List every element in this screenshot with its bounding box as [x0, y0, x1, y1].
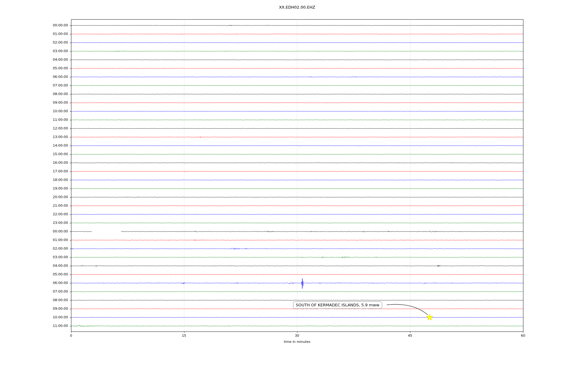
- y-axis-label: 16:00:00: [0, 161, 68, 165]
- y-axis-label: 15:00:00: [0, 152, 68, 156]
- y-axis-label: 09:00:00: [0, 307, 68, 311]
- y-axis-label: 07:00:00: [0, 289, 68, 294]
- y-axis-label: 11:00:00: [0, 118, 68, 122]
- y-axis-label: 06:00:00: [0, 281, 68, 285]
- y-axis-label: 07:00:00: [0, 83, 68, 88]
- x-axis-title: time in minutes: [266, 340, 328, 344]
- y-axis-label: 05:00:00: [0, 272, 68, 277]
- y-axis-label: 00:00:00: [0, 229, 68, 234]
- y-axis-label: 18:00:00: [0, 178, 68, 182]
- y-axis-label: 01:00:00: [0, 238, 68, 242]
- y-axis-label: 00:00:00: [0, 23, 68, 28]
- x-axis-label: 45: [401, 334, 419, 338]
- y-axis-label: 01:00:00: [0, 32, 68, 36]
- y-axis-label: 23:00:00: [0, 221, 68, 225]
- y-axis-label: 14:00:00: [0, 144, 68, 148]
- y-axis-label: 03:00:00: [0, 255, 68, 259]
- y-axis-label: 21:00:00: [0, 204, 68, 208]
- y-axis-label: 19:00:00: [0, 186, 68, 191]
- x-axis-label: 15: [175, 334, 193, 338]
- x-axis-label: 30: [288, 334, 306, 338]
- y-axis-label: 20:00:00: [0, 195, 68, 199]
- seismogram-figure: XX.EDH02.00.EHZ 00:00:0001:00:0002:00:00…: [0, 0, 588, 368]
- y-axis-label: 12:00:00: [0, 126, 68, 131]
- y-axis-label: 10:00:00: [0, 315, 68, 320]
- y-axis-label: 11:00:00: [0, 324, 68, 328]
- y-axis-label: 02:00:00: [0, 247, 68, 251]
- x-axis-label: 60: [514, 334, 532, 338]
- y-axis-label: 17:00:00: [0, 169, 68, 174]
- y-axis-label: 02:00:00: [0, 40, 68, 45]
- y-axis-label: 06:00:00: [0, 75, 68, 79]
- y-axis-label: 05:00:00: [0, 66, 68, 71]
- seismogram-plot-canvas: [0, 0, 588, 368]
- y-axis-label: 04:00:00: [0, 264, 68, 268]
- y-axis-label: 08:00:00: [0, 92, 68, 96]
- y-axis-label: 10:00:00: [0, 109, 68, 113]
- y-axis-label: 13:00:00: [0, 135, 68, 139]
- y-axis-label: 22:00:00: [0, 212, 68, 217]
- y-axis-label: 03:00:00: [0, 49, 68, 53]
- event-annotation: SOUTH OF KERMADEC ISLANDS, 5.9 mww: [293, 301, 382, 309]
- y-axis-label: 09:00:00: [0, 101, 68, 105]
- x-axis-label: 0: [62, 334, 80, 338]
- y-axis-label: 08:00:00: [0, 298, 68, 302]
- y-axis-label: 04:00:00: [0, 58, 68, 62]
